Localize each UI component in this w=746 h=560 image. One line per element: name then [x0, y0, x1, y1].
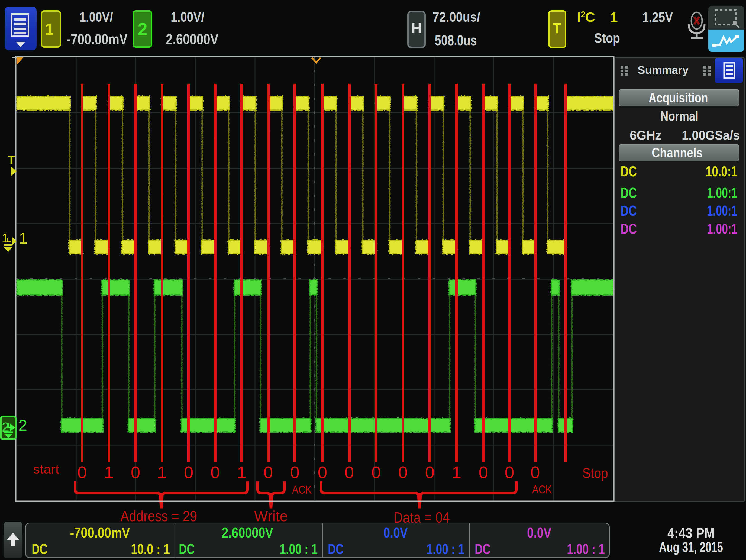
svg-text:1: 1: [45, 20, 54, 38]
svg-text:1.00 : 1: 1.00 : 1: [567, 541, 605, 557]
svg-text:Stop: Stop: [582, 465, 608, 481]
svg-text:Write: Write: [254, 507, 288, 525]
svg-text:1.00 : 1: 1.00 : 1: [427, 541, 464, 557]
svg-text:-700.00mV: -700.00mV: [67, 31, 127, 47]
svg-text:Aug 31, 2015: Aug 31, 2015: [659, 539, 723, 555]
svg-text:0: 0: [290, 463, 299, 482]
svg-text:DC: DC: [179, 541, 195, 557]
svg-text:C: C: [585, 10, 595, 25]
svg-text:4:43 PM: 4:43 PM: [667, 525, 715, 541]
svg-text:10.0 : 1: 10.0 : 1: [131, 541, 170, 557]
svg-text:508.0us: 508.0us: [435, 32, 477, 48]
svg-text:Summary: Summary: [638, 64, 689, 77]
svg-text:1: 1: [104, 463, 114, 482]
svg-text:6GHz: 6GHz: [630, 128, 661, 143]
svg-text:1.00:1: 1.00:1: [707, 202, 737, 218]
svg-text:0: 0: [371, 463, 381, 482]
svg-text:0: 0: [505, 463, 514, 482]
svg-text:1: 1: [610, 10, 618, 25]
svg-text:10.0:1: 10.0:1: [706, 163, 737, 179]
svg-text:0: 0: [131, 463, 140, 482]
svg-text:0: 0: [344, 463, 354, 482]
svg-text:2: 2: [138, 20, 147, 39]
svg-text:0: 0: [398, 463, 407, 482]
svg-text:Data = 04: Data = 04: [394, 509, 450, 526]
svg-text:0: 0: [318, 463, 327, 482]
svg-text:T: T: [553, 20, 562, 36]
svg-text:DC: DC: [621, 202, 637, 218]
svg-text:DC: DC: [621, 184, 637, 201]
svg-text:DC: DC: [32, 541, 48, 557]
svg-text:I: I: [577, 10, 581, 25]
svg-text:0: 0: [210, 463, 220, 482]
svg-text:T: T: [7, 153, 15, 167]
svg-text:DC: DC: [328, 541, 344, 557]
svg-text:2.60000V: 2.60000V: [166, 31, 219, 47]
svg-text:1.00 : 1: 1.00 : 1: [280, 541, 318, 557]
svg-text:1.00V/: 1.00V/: [79, 9, 113, 25]
svg-text:0: 0: [530, 463, 540, 482]
svg-text:H: H: [411, 20, 422, 36]
svg-text:0.0V: 0.0V: [527, 525, 551, 540]
svg-text:-700.00mV: -700.00mV: [70, 525, 130, 540]
svg-text:1: 1: [237, 463, 246, 482]
svg-text:0: 0: [77, 463, 87, 482]
svg-text:1.00GSa/s: 1.00GSa/s: [682, 128, 740, 143]
svg-text:2.60000V: 2.60000V: [222, 525, 273, 540]
svg-text:0: 0: [184, 463, 193, 482]
svg-text:Stop: Stop: [594, 31, 620, 46]
svg-text:0: 0: [479, 463, 488, 482]
svg-text:start: start: [33, 462, 59, 476]
svg-text:ACK: ACK: [292, 483, 312, 496]
svg-text:Acquisition: Acquisition: [649, 90, 708, 106]
svg-text:0: 0: [425, 463, 434, 482]
svg-text:ACK: ACK: [532, 483, 552, 496]
svg-text:72.00us/: 72.00us/: [432, 9, 480, 25]
svg-text:2: 2: [581, 9, 585, 19]
svg-text:Normal: Normal: [660, 109, 698, 124]
svg-text:1.00V/: 1.00V/: [171, 9, 204, 25]
svg-text:1.00:1: 1.00:1: [707, 184, 737, 201]
svg-text:1: 1: [19, 229, 28, 247]
svg-text:0.0V: 0.0V: [383, 525, 408, 540]
svg-text:DC: DC: [475, 541, 490, 557]
svg-text:1: 1: [452, 463, 461, 482]
svg-text:Channels: Channels: [652, 145, 702, 160]
svg-text:Address = 29: Address = 29: [121, 507, 197, 525]
svg-text:1: 1: [157, 463, 167, 482]
svg-text:DC: DC: [621, 163, 637, 179]
svg-text:DC: DC: [621, 220, 637, 237]
svg-text:1.00:1: 1.00:1: [707, 220, 737, 237]
svg-text:2: 2: [19, 416, 27, 434]
svg-text:1.25V: 1.25V: [642, 10, 673, 25]
svg-text:0: 0: [263, 463, 273, 482]
